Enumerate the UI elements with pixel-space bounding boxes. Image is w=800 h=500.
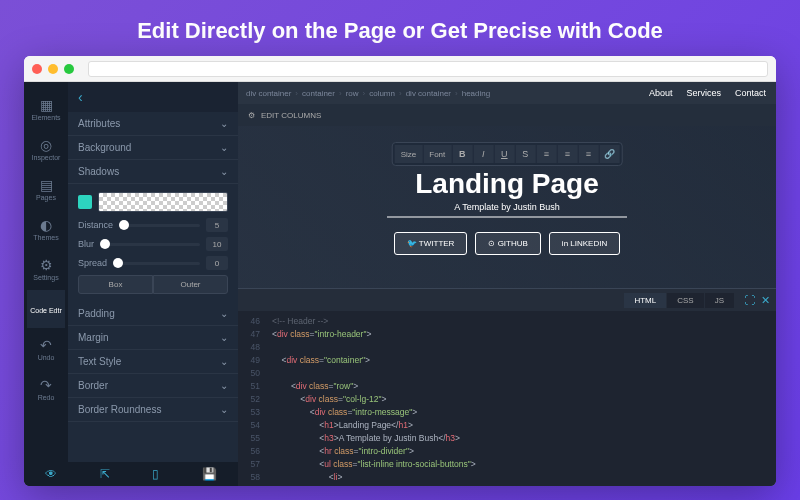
twitter-button[interactable]: 🐦 TWITTER [394,232,468,255]
code-tab-js[interactable]: JS [705,293,734,308]
code-content[interactable]: <!-- Header --> <div class="intro-header… [266,311,776,486]
size-select[interactable]: Size [395,145,423,163]
tool-settings[interactable]: ⚙Settings [27,250,65,288]
spread-slider[interactable] [113,262,200,265]
distance-slider[interactable] [119,224,200,227]
minimize-icon[interactable] [48,64,58,74]
github-button[interactable]: ⊙ GITHUB [475,232,540,255]
shadow-toggle-icon[interactable] [78,195,92,209]
gear-icon: ⚙ [248,111,255,120]
marketing-headline: Edit Directly on the Page or Get Precise… [0,0,800,56]
tool-redo[interactable]: ↷Redo [27,370,65,408]
bottom-toolbar: 👁 ⇱ ▯ 💾 [24,462,238,486]
align-left-button[interactable]: ≡ [536,145,556,163]
panel-background[interactable]: Background⌄ [68,136,238,160]
hero-subtitle[interactable]: A Template by Justin Bush [387,202,627,218]
code-editor: HTMLCSSJS ⛶ ✕ 46474849505152535455565758… [238,288,776,486]
eye-icon[interactable]: 👁 [45,467,57,481]
nav-contact[interactable]: Contact [735,88,766,98]
panel-border[interactable]: Border⌄ [68,374,238,398]
tool-pages[interactable]: ▤Pages [27,170,65,208]
link-button[interactable]: 🔗 [599,145,619,163]
shadow-panel: Distance 5 Blur 10 Spread 0 Box Outer [68,184,238,302]
strike-button[interactable]: S [515,145,535,163]
panel-text-style[interactable]: Text Style⌄ [68,350,238,374]
browser-chrome [24,56,776,82]
nav-services[interactable]: Services [686,88,721,98]
nav-about[interactable]: About [649,88,673,98]
edit-columns-label: EDIT COLUMNS [261,111,321,120]
save-icon[interactable]: 💾 [202,467,217,481]
close-code-icon[interactable]: ✕ [761,294,770,307]
code-tab-group: HTMLCSSJS [624,293,734,308]
hero-title[interactable]: Landing Page [415,168,599,200]
font-select[interactable]: Font [423,145,451,163]
panel-padding[interactable]: Padding⌄ [68,302,238,326]
tool-themes[interactable]: ◐Themes [27,210,65,248]
back-bar: ‹ [68,82,238,112]
breadcrumb-item[interactable]: container [302,89,335,98]
align-right-button[interactable]: ≡ [578,145,598,163]
panel-attributes[interactable]: Attributes⌄ [68,112,238,136]
left-toolbar: ▦Elements◎Inspector▤Pages◐Themes⚙Setting… [24,82,68,486]
line-numbers: 4647484950515253545556575859606162636465… [238,311,266,486]
export-icon[interactable]: ⇱ [100,467,110,481]
code-tab-css[interactable]: CSS [667,293,703,308]
blur-label: Blur [78,239,94,249]
shadow-outer-button[interactable]: Outer [153,275,228,294]
site-nav: AboutServicesContact [649,88,766,98]
blur-value[interactable]: 10 [206,237,228,251]
underline-button[interactable]: U [494,145,514,163]
breadcrumb-item[interactable]: column [369,89,395,98]
breadcrumb-item[interactable]: div container [246,89,291,98]
spread-label: Spread [78,258,107,268]
url-bar[interactable] [88,61,768,77]
device-icon[interactable]: ▯ [152,467,159,481]
italic-button[interactable]: I [473,145,493,163]
text-toolbar: Size Font B I U S ≡ ≡ ≡ 🔗 [392,142,623,166]
app-shell: ▦Elements◎Inspector▤Pages◐Themes⚙Setting… [24,82,776,486]
breadcrumb-item[interactable]: row [346,89,359,98]
breadcrumb-item[interactable]: heading [462,89,490,98]
inspector-sidebar: ‹ Attributes⌄Background⌄Shadows⌄ Distanc… [68,82,238,486]
breadcrumb-item[interactable]: div container [406,89,451,98]
expand-icon[interactable]: ⛶ [744,294,755,307]
back-icon[interactable]: ‹ [78,89,83,105]
browser-window: ▦Elements◎Inspector▤Pages◐Themes⚙Setting… [24,56,776,486]
code-tab-html[interactable]: HTML [624,293,666,308]
panel-margin[interactable]: Margin⌄ [68,326,238,350]
align-center-button[interactable]: ≡ [557,145,577,163]
blur-slider[interactable] [100,243,200,246]
tool-code-edtr[interactable]: Code Edtr [27,290,65,328]
edit-columns-bar[interactable]: ⚙ EDIT COLUMNS [238,104,776,126]
tool-inspector[interactable]: ◎Inspector [27,130,65,168]
design-canvas[interactable]: div container›container›row›column›div c… [238,82,776,486]
tool-undo[interactable]: ↶Undo [27,330,65,368]
bold-button[interactable]: B [452,145,472,163]
shadow-color-swatch[interactable] [98,192,228,212]
panel-border-roundness[interactable]: Border Roundness⌄ [68,398,238,422]
spread-value[interactable]: 0 [206,256,228,270]
panel-shadows[interactable]: Shadows⌄ [68,160,238,184]
shadow-box-button[interactable]: Box [78,275,153,294]
linkedin-button[interactable]: in LINKEDIN [549,232,620,255]
distance-value[interactable]: 5 [206,218,228,232]
close-icon[interactable] [32,64,42,74]
distance-label: Distance [78,220,113,230]
maximize-icon[interactable] [64,64,74,74]
tool-elements[interactable]: ▦Elements [27,90,65,128]
